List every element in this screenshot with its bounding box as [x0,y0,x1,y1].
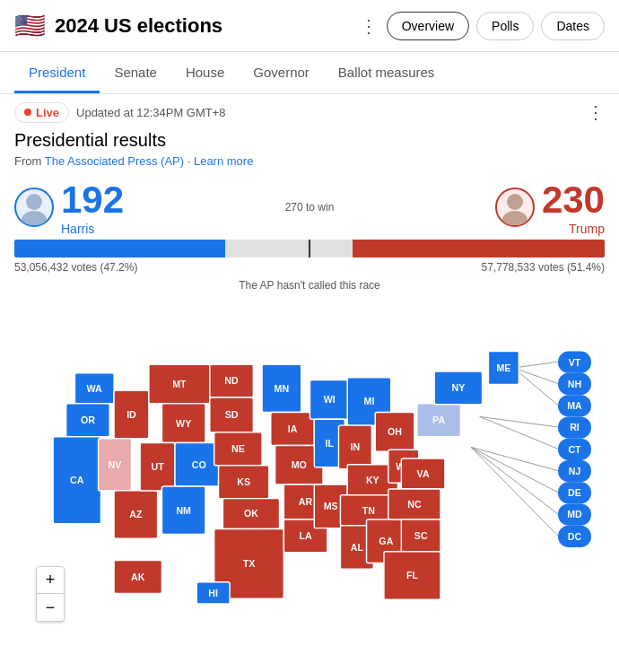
state-MN[interactable]: MN [262,364,301,412]
state-WI[interactable]: WI [310,380,349,420]
live-label: Live [36,106,59,119]
svg-text:WI: WI [324,394,336,405]
svg-line-12 [514,362,559,368]
state-OH[interactable]: OH [375,413,414,452]
svg-text:FL: FL [406,570,419,580]
svg-text:VA: VA [417,468,430,479]
svg-text:SD: SD [225,409,239,420]
tab-senate[interactable]: Senate [100,52,171,93]
trump-avatar [495,188,535,227]
state-OR[interactable]: OR [66,404,110,437]
source-sep: · [187,154,194,168]
trump-bar [353,240,605,257]
state-ND[interactable]: ND [210,364,254,397]
state-WY[interactable]: WY [161,404,205,443]
svg-text:NV: NV [109,459,123,470]
us-map[interactable]: WAORCAIDNVAZMTWYUTCONMNDSDNEKSOKTXMNIAMO… [13,299,606,631]
state-NM[interactable]: NM [161,486,205,534]
svg-text:MT: MT [172,379,187,389]
svg-text:ID: ID [126,409,136,420]
state-DE[interactable]: DE [558,482,591,503]
state-KS[interactable]: KS [219,466,269,499]
vote-progress-bar [14,240,605,257]
state-HI[interactable]: HI [196,582,230,604]
svg-text:NC: NC [407,499,422,510]
svg-text:MA: MA [567,400,582,411]
state-SC[interactable]: SC [401,519,440,553]
svg-point-3 [502,211,527,225]
svg-text:TN: TN [362,505,375,516]
state-DC[interactable]: DC [558,526,591,547]
learn-more-link[interactable]: Learn more [194,154,253,168]
svg-text:NJ: NJ [569,466,581,476]
svg-line-10 [514,368,559,406]
state-MA[interactable]: MA [558,395,591,416]
svg-text:UT: UT [151,461,164,472]
zoom-controls: + − [36,566,65,622]
state-SD[interactable]: SD [210,397,254,432]
state-ID[interactable]: ID [114,390,149,438]
state-NY[interactable]: NY [434,371,482,405]
state-NV[interactable]: NV [99,439,132,491]
state-IA[interactable]: IA [271,413,315,446]
state-OK[interactable]: OK [222,499,279,529]
state-ME[interactable]: ME [488,352,519,385]
overview-button[interactable]: Overview [387,12,469,40]
svg-text:DE: DE [568,487,581,498]
state-AK[interactable]: AK [114,561,161,594]
state-NJ[interactable]: NJ [558,460,591,482]
state-MD[interactable]: MD [558,503,591,525]
dates-button[interactable]: Dates [541,12,605,40]
state-RI[interactable]: RI [558,416,591,438]
svg-text:CO: CO [192,459,206,470]
state-IN[interactable]: IN [338,425,371,469]
state-PA[interactable]: PA [417,404,461,437]
polls-button[interactable]: Polls [476,12,534,40]
svg-line-7 [471,447,558,470]
state-CT[interactable]: CT [558,439,591,460]
svg-text:MN: MN [275,383,290,394]
more-options-icon[interactable]: ⋮ [360,15,378,37]
map-svg: WAORCAIDNVAZMTWYUTCONMNDSDNEKSOKTXMNIAMO… [27,299,619,617]
svg-text:GA: GA [379,536,393,546]
state-MT[interactable]: MT [149,364,210,404]
section-more-icon[interactable]: ⋮ [587,101,605,123]
state-NH[interactable]: NH [558,373,591,395]
trump-total-votes: 57,778,533 votes (51.4%) [482,261,605,274]
zoom-in-button[interactable]: + [37,567,64,594]
state-WA[interactable]: WA [74,373,114,404]
tab-house[interactable]: House [171,52,239,93]
trump-candidate: 230 Trump [495,179,605,236]
svg-text:IN: IN [351,441,361,452]
tab-governor[interactable]: Governor [239,52,324,93]
svg-text:NY: NY [452,382,466,393]
state-UT[interactable]: UT [140,443,175,491]
svg-line-11 [514,368,559,383]
votes-row: 53,056,432 votes (47.2%) 57,778,533 vote… [14,261,605,274]
svg-text:KY: KY [366,475,379,485]
zoom-out-button[interactable]: − [37,594,64,621]
svg-text:OR: OR [81,415,95,425]
state-VA[interactable]: VA [401,458,445,489]
undecided-bar [225,240,353,257]
state-FL[interactable]: FL [384,552,440,599]
live-bar: Live Updated at 12:34PM GMT+8 ⋮ [0,94,619,130]
trump-name: Trump [542,222,605,236]
svg-text:MI: MI [364,396,375,406]
state-VT[interactable]: VT [558,352,591,373]
svg-point-2 [507,194,523,210]
svg-text:ND: ND [224,375,239,386]
state-NE[interactable]: NE [214,432,262,466]
state-NC[interactable]: NC [388,489,440,519]
tab-ballot-measures[interactable]: Ballot measures [324,52,449,93]
svg-text:NH: NH [568,379,581,389]
tabs-bar: President Senate House Governor Ballot m… [0,52,619,94]
svg-text:IA: IA [288,423,298,434]
ap-note: The AP hasn't called this race [14,279,605,292]
tab-president[interactable]: President [14,52,100,93]
svg-text:WY: WY [176,418,191,429]
source-link[interactable]: The Associated Press (AP) [45,154,184,168]
state-AZ[interactable]: AZ [114,491,158,538]
harris-votes: 192 [61,179,124,222]
state-CA[interactable]: CA [53,437,100,524]
